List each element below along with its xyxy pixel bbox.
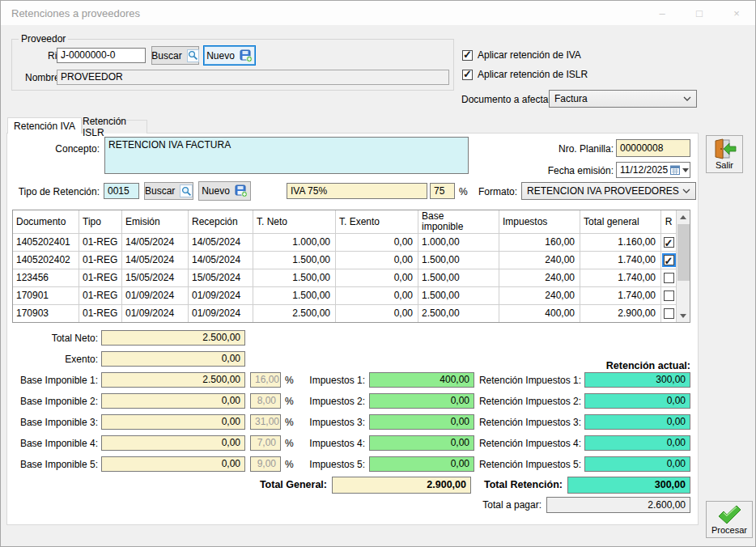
table-scrollbar[interactable] [676, 210, 690, 322]
base-imponible-field[interactable]: 0,00 [101, 456, 245, 472]
row-checkbox[interactable] [664, 290, 674, 301]
column-header-texento[interactable]: T. Exento [336, 210, 418, 233]
impuestos-field[interactable]: 0,00 [369, 414, 474, 430]
scroll-down-icon[interactable] [677, 309, 690, 322]
column-header-documento[interactable]: Documento [13, 210, 79, 233]
cell-base: 2.500,00 [418, 305, 499, 322]
aplicar-retencion-iva-checkbox[interactable]: Aplicar retención de IVA [462, 49, 581, 61]
aplicar-retencion-islr-checkbox[interactable]: Aplicar retención de ISLR [462, 69, 588, 80]
cell-recepcion: 15/05/2024 [189, 269, 253, 286]
buscar-tipo-label: Buscar [145, 185, 175, 197]
total-general-label: Total General: [211, 479, 327, 490]
table-row[interactable]: 170901 01-REG 01/09/2024 01/09/2024 1.50… [13, 287, 690, 305]
magnifier-icon [180, 184, 193, 197]
buscar-proveedor-button[interactable]: Buscar [151, 46, 199, 65]
cell-documento: 123456 [13, 269, 79, 286]
impuestos-field[interactable]: 0,00 [369, 435, 474, 451]
buscar-tipo-button[interactable]: Buscar [144, 182, 193, 200]
retencion-impuestos-field[interactable]: 300,00 [584, 372, 690, 388]
column-header-tipo[interactable]: Tipo [79, 210, 122, 233]
exento-field[interactable]: 0,00 [101, 351, 245, 367]
concepto-input[interactable]: RETENCION IVA FACTURA [104, 137, 469, 174]
cell-base: 1.500,00 [418, 252, 499, 269]
base-imponible-field[interactable]: 0,00 [101, 393, 245, 409]
column-header-base-imponible[interactable]: Base imponible [418, 210, 499, 233]
retencion-impuestos-field[interactable]: 0,00 [584, 456, 690, 472]
impuestos-field[interactable]: 400,00 [369, 372, 474, 388]
window-title: Retenciones a proveedores [11, 7, 140, 19]
cell-total: 2.900,00 [580, 305, 661, 322]
documento-afectar-select[interactable]: Factura [549, 90, 697, 108]
total-retencion-label: Total Retención: [438, 479, 563, 490]
total-retencion-field[interactable]: 300,00 [567, 477, 690, 494]
retenciones-window: Retenciones a proveedores – □ × Proveedo… [0, 0, 756, 547]
scrollbar-thumb[interactable] [677, 224, 690, 281]
documents-table: Documento Tipo Emisión Recepción T. Neto… [12, 210, 690, 323]
islr-checkbox-box [462, 70, 473, 80]
fecha-emision-picker[interactable]: 11/12/2025 [616, 162, 690, 178]
cell-neto: 1.500,00 [253, 252, 336, 269]
total-neto-field[interactable]: 2.500,00 [101, 330, 245, 346]
base-imponible-row-4: Base Imponible 4: 0,00 7,00 % Impuestos … [1, 435, 699, 452]
retencion-impuestos-field[interactable]: 0,00 [584, 414, 690, 430]
row-checkbox[interactable] [664, 237, 674, 248]
minimize-button[interactable]: – [643, 1, 681, 25]
tipo-retencion-code-input[interactable]: 0015 [104, 183, 139, 199]
row-checkbox[interactable] [664, 255, 674, 265]
column-header-r[interactable]: R [661, 210, 676, 233]
procesar-button[interactable]: Procesar [706, 501, 753, 538]
column-header-impuestos[interactable]: Impuestos [499, 210, 580, 233]
cell-impuestos: 240,00 [499, 269, 580, 286]
nuevo-proveedor-button[interactable]: Nuevo [203, 45, 256, 66]
retencion-impuestos-field[interactable]: 0,00 [584, 393, 690, 409]
nombre-label: Nombre: [12, 72, 62, 83]
tab-retencion-iva[interactable]: Retención IVA [7, 117, 82, 134]
base-imponible-row-2: Base Imponible 2: 0,00 8,00 % Impuestos … [1, 393, 699, 409]
base-imponible-row-1: Base Imponible 1: 2.500,00 16,00 % Impue… [1, 372, 699, 388]
column-header-tneto[interactable]: T. Neto [253, 210, 336, 233]
chevron-down-icon[interactable] [682, 168, 689, 172]
tab-retencion-iva-label: Retención IVA [14, 121, 75, 132]
documento-afectar-label: Documento a afectar: [461, 94, 554, 105]
maximize-button[interactable]: □ [681, 1, 718, 25]
row-checkbox[interactable] [664, 308, 674, 319]
documento-afectar-value: Factura [554, 93, 683, 104]
formato-select[interactable]: RETENCION IVA PROVEEDORES 1 [521, 182, 696, 200]
base-imponible-field[interactable]: 2.500,00 [101, 372, 245, 388]
cell-documento: 170901 [13, 287, 79, 304]
tipo-retencion-porcentaje-field[interactable]: 75 [430, 183, 455, 199]
total-pagar-row: Total a pagar: 2.600,00 [1, 497, 699, 513]
column-header-recepcion[interactable]: Recepción [189, 210, 253, 233]
cell-neto: 2.500,00 [253, 305, 336, 322]
impuestos-field[interactable]: 0,00 [369, 393, 474, 409]
cell-total: 1.160,00 [580, 234, 661, 251]
column-header-emision[interactable]: Emisión [122, 210, 189, 233]
planilla-input[interactable]: 00000008 [616, 139, 690, 157]
nuevo-tipo-button[interactable]: Nuevo [198, 181, 251, 201]
salir-button[interactable]: Salir [706, 135, 743, 173]
retencion-impuestos-field[interactable]: 0,00 [584, 435, 690, 451]
tipo-retencion-descripcion-field[interactable]: IVA 75% [287, 183, 427, 199]
impuestos-label: Impuestos 3: [295, 417, 365, 428]
cell-documento: 1405202402 [13, 252, 79, 269]
table-row[interactable]: 123456 01-REG 15/05/2024 15/05/2024 1.50… [13, 269, 690, 287]
table-row[interactable]: 1405202402 01-REG 14/05/2024 14/05/2024 … [13, 252, 690, 269]
row-checkbox[interactable] [664, 273, 674, 283]
table-row[interactable]: 1405202401 01-REG 14/05/2024 14/05/2024 … [13, 234, 690, 252]
rif-input[interactable]: J-0000000-0 [57, 48, 146, 63]
close-button[interactable]: × [718, 1, 755, 25]
procesar-label: Procesar [711, 525, 747, 535]
base-imponible-label: Base Imponible 2: [1, 396, 98, 407]
column-header-total-general[interactable]: Total general [580, 210, 661, 233]
base-imponible-field[interactable]: 0,00 [101, 414, 245, 430]
cell-exento: 0,00 [336, 234, 418, 251]
cell-recepcion: 14/05/2024 [189, 234, 253, 251]
impuestos-field[interactable]: 0,00 [369, 456, 474, 472]
tab-retencion-islr[interactable]: Retención ISLR [82, 120, 147, 134]
cell-impuestos: 160,00 [499, 234, 580, 251]
alicuota-field: 16,00 [250, 372, 281, 388]
base-imponible-field[interactable]: 0,00 [101, 435, 245, 451]
calendar-icon[interactable] [670, 165, 680, 175]
scroll-up-icon[interactable] [677, 210, 690, 223]
table-row[interactable]: 170903 01-REG 01/09/2024 01/09/2024 2.50… [13, 305, 690, 323]
